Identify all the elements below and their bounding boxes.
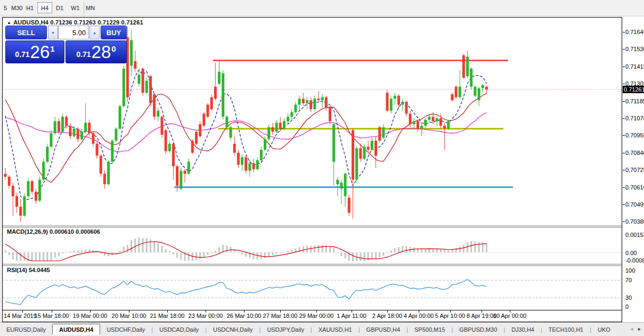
- time-label: 1 Apr 11:00: [337, 313, 366, 319]
- buy-price-sup: 0: [111, 44, 116, 53]
- price-tick: 0.71645: [625, 29, 644, 35]
- timeframe-button-MN[interactable]: MN: [82, 2, 99, 13]
- tab-tech100-h1[interactable]: TECH100,H1: [542, 324, 590, 335]
- price-tick-dash: [623, 153, 625, 153]
- collapse-triangle-icon[interactable]: ▲: [7, 20, 11, 25]
- volume-down-button[interactable]: ▼: [48, 26, 58, 39]
- tab-usdchf-daily[interactable]: USDCHF,Daily: [100, 324, 151, 335]
- price-tick: 0.70380: [625, 218, 644, 225]
- time-axis: 14 Mar 201915 Mar 18:0019 Mar 00:0020 Ma…: [3, 310, 622, 322]
- price-tick-dash: [623, 135, 625, 136]
- tab-eurusd-daily[interactable]: EURUSD,Daily: [0, 324, 52, 335]
- time-label: 8 Apr 19:00: [467, 313, 496, 319]
- timeframe-button-H4[interactable]: H4: [37, 2, 52, 13]
- timeframe-button-H1[interactable]: H1: [22, 2, 37, 13]
- price-tick-dash: [623, 49, 625, 50]
- buy-button[interactable]: BUY: [101, 26, 127, 39]
- time-label: 26 Mar 10:00: [227, 313, 262, 319]
- tab-gbpusd-h4[interactable]: GBPUSD,H4: [360, 324, 407, 335]
- price-tick: 0.71185: [625, 98, 644, 104]
- price-tick-dash: [623, 32, 625, 32]
- price-tick-dash: [623, 118, 625, 119]
- buy-price-big: 28: [92, 44, 111, 60]
- volume-up-button[interactable]: ▲: [89, 26, 100, 39]
- price-tick-dash: [623, 84, 625, 84]
- price-tick: 0.70840: [625, 150, 644, 156]
- time-tick: [419, 310, 419, 313]
- time-label: 4 Apr 00:00: [404, 313, 434, 319]
- time-tick: [387, 310, 388, 313]
- rsi-tick: 30: [625, 294, 632, 301]
- tab-sp500-m15[interactable]: SP500,M15: [408, 324, 451, 335]
- time-tick: [450, 310, 451, 313]
- tab-audusd-h4[interactable]: AUDUSD,H4: [52, 324, 100, 335]
- buy-price-small: 0.71: [76, 50, 91, 59]
- time-tick: [167, 310, 168, 313]
- tab-scroll-arrows: ◄►: [629, 326, 642, 332]
- tab-gbpusd-m30[interactable]: GBPUSD,M30: [453, 324, 503, 335]
- time-label: 23 Mar 00:00: [189, 313, 223, 319]
- timeframe-button-W1[interactable]: W1: [67, 2, 84, 13]
- time-label: 5 Apr 10:00: [435, 313, 465, 319]
- tab-dj30-h4[interactable]: DJ30,H4: [505, 324, 541, 335]
- chart-window[interactable]: ▲AUDUSD,H4 0.71236 0.71263 0.71229 0.712…: [2, 17, 622, 322]
- time-tick: [90, 310, 91, 313]
- tab-uko[interactable]: UKO: [591, 324, 617, 335]
- rsi-tick: 0: [625, 304, 629, 310]
- time-tick: [129, 310, 129, 313]
- time-tick: [244, 310, 244, 313]
- tab-scroll-left-icon[interactable]: ◄: [629, 326, 634, 332]
- time-label: 29 Mar 00:00: [299, 313, 334, 319]
- rsi-label: RSI(14) 54.0445: [7, 267, 50, 273]
- price-tick: 0.71415: [625, 63, 644, 70]
- timeframe-toolbar: 5M30H1H4D1W1MN: [0, 0, 644, 16]
- macd-tick: 0.00: [625, 250, 637, 256]
- sell-price-big: 26: [30, 44, 50, 60]
- tab-usdjpy-daily[interactable]: USDJPY,Daily: [260, 324, 311, 335]
- price-tick: 0.70495: [625, 201, 644, 208]
- tab-xauusd-h1[interactable]: XAUUSD,H1: [312, 324, 358, 335]
- time-label: 15 Mar 18:00: [35, 313, 69, 319]
- price-tick-dash: [623, 101, 625, 102]
- time-label: 19 Mar 00:00: [73, 313, 108, 319]
- price-axis: 0.716450.715300.714150.713000.711850.710…: [623, 17, 644, 322]
- current-price-badge: 0.71261: [623, 86, 644, 93]
- time-label: 20 Mar 10:00: [112, 313, 146, 319]
- time-tick: [316, 310, 317, 313]
- macd-tick: 0.001538: [625, 232, 644, 238]
- trade-panel: SELL ▼ ▲ BUY 0.71 26 1 0.71 28 0: [5, 26, 127, 63]
- tab-usdcnh-daily[interactable]: USDCNH,Daily: [207, 324, 259, 335]
- rsi-tick: 70: [625, 277, 632, 283]
- price-tick-dash: [623, 170, 625, 170]
- ohlc-line: AUDUSD,H4 0.71236 0.71263 0.71229 0.7126…: [13, 19, 143, 26]
- macd-tick: -0.000835: [625, 257, 644, 264]
- time-tick: [280, 310, 281, 313]
- buy-price[interactable]: 0.71 28 0: [66, 40, 127, 63]
- sell-button[interactable]: SELL: [5, 26, 47, 39]
- rsi-tick: 100: [625, 267, 635, 274]
- price-tick-dash: [623, 222, 625, 222]
- time-label: 27 Mar 18:00: [263, 313, 298, 319]
- time-tick: [52, 310, 52, 313]
- volume-input[interactable]: [58, 26, 89, 39]
- symbol-tab-bar: EURUSD,DailyAUDUSD,H4USDCHF,Daily|USDCAD…: [0, 322, 644, 336]
- chart-title: ▲AUDUSD,H4 0.71236 0.71263 0.71229 0.712…: [7, 19, 143, 26]
- tab-usdcad-daily[interactable]: USDCAD,Daily: [153, 324, 205, 335]
- time-tick: [352, 310, 352, 313]
- sell-price-sup: 1: [50, 44, 54, 53]
- tab-scroll-right-icon[interactable]: ►: [637, 326, 642, 332]
- macd-label: MACD(12,26,9) 0.000610 0.000606: [7, 228, 100, 235]
- price-tick-dash: [623, 187, 625, 188]
- time-tick: [510, 310, 510, 313]
- price-tick: 0.70955: [625, 132, 644, 138]
- price-tick: 0.70725: [625, 167, 644, 173]
- price-tick: 0.71070: [625, 115, 644, 121]
- price-tick: 0.71530: [625, 46, 644, 52]
- time-tick: [206, 310, 206, 313]
- time-label: 2 Apr 18:00: [372, 313, 402, 319]
- time-tick: [22, 310, 23, 313]
- timeframe-button-D1[interactable]: D1: [52, 2, 67, 13]
- sell-price[interactable]: 0.71 26 1: [5, 40, 64, 63]
- price-tick-dash: [623, 204, 625, 205]
- sell-price-small: 0.71: [15, 50, 29, 59]
